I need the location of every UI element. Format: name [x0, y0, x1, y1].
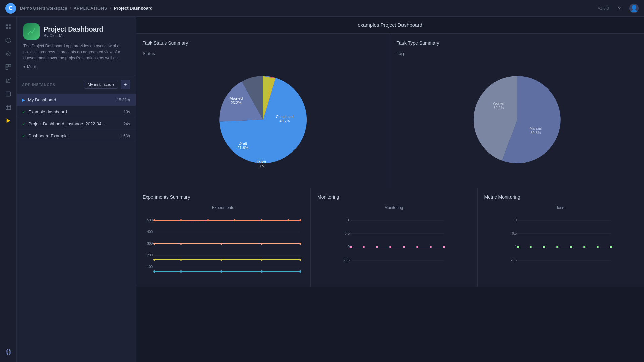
- svg-text:0: 0: [348, 245, 350, 249]
- svg-point-11: [8, 79, 9, 80]
- svg-point-6: [6, 52, 10, 56]
- svg-text:3.6%: 3.6%: [257, 164, 265, 168]
- svg-point-78: [350, 246, 352, 248]
- svg-point-22: [27, 33, 29, 35]
- svg-point-79: [363, 246, 365, 248]
- app-title-text: Project Dashboard By ClearML: [44, 25, 103, 38]
- svg-point-57: [220, 243, 222, 245]
- sidebar-home-icon[interactable]: [2, 21, 14, 33]
- topnav: C Demo User's workspace / APPLICATIONS /…: [0, 0, 644, 17]
- svg-text:Draft: Draft: [239, 141, 247, 145]
- svg-rect-3: [9, 27, 10, 29]
- logo[interactable]: C: [5, 3, 16, 14]
- svg-point-51: [234, 219, 236, 221]
- svg-rect-2: [6, 27, 8, 29]
- sidebar-tables-icon[interactable]: [2, 101, 14, 113]
- instance-time-3: 1:53h: [120, 134, 130, 138]
- instance-item-3[interactable]: ✓ Dashboard Example 1:53h: [17, 130, 136, 142]
- instance-status-1: ✓: [22, 110, 25, 114]
- sidebar-slack-icon[interactable]: [2, 346, 14, 358]
- svg-rect-0: [6, 24, 8, 26]
- svg-rect-1: [9, 24, 10, 26]
- svg-text:-0.5: -0.5: [344, 258, 350, 262]
- svg-text:49.2%: 49.2%: [279, 119, 290, 123]
- applications-link[interactable]: APPLICATIONS: [74, 6, 107, 11]
- sidebar-experiments-icon[interactable]: [2, 34, 14, 46]
- svg-rect-17: [6, 105, 11, 110]
- current-page: Project Dashboard: [114, 6, 153, 11]
- svg-text:500: 500: [147, 218, 153, 222]
- svg-point-81: [389, 246, 391, 248]
- instance-item-1[interactable]: ✓ Example dashboard 19s: [17, 106, 136, 118]
- add-instance-button[interactable]: +: [121, 80, 130, 89]
- app-icon: [23, 23, 40, 40]
- instances-dropdown[interactable]: My instances ▾: [84, 81, 118, 89]
- svg-rect-7: [6, 65, 8, 67]
- sidebar-datasets-icon[interactable]: [2, 61, 14, 73]
- sidebar-reports-icon[interactable]: [2, 88, 14, 100]
- experiments-subtitle: Experiments: [212, 205, 234, 210]
- instances-controls: My instances ▾ +: [84, 80, 130, 89]
- instance-item-0[interactable]: ▶ My Dashboard 15:32m: [17, 94, 136, 106]
- svg-point-10: [7, 81, 8, 82]
- svg-text:Aborted: Aborted: [229, 96, 243, 100]
- svg-point-84: [430, 246, 432, 248]
- svg-point-68: [261, 270, 263, 273]
- more-button[interactable]: ▾ More: [23, 64, 129, 69]
- svg-text:100: 100: [147, 265, 153, 269]
- topnav-right: v1.3.0 ? 👤: [598, 4, 639, 13]
- svg-rect-9: [6, 67, 8, 70]
- left-panel: Project Dashboard By ClearML The Project…: [17, 17, 136, 362]
- monitoring-card: Monitoring Monitoring 1 0.5 0 -0.5: [311, 188, 477, 287]
- sidebar-apps-icon[interactable]: [2, 115, 14, 127]
- metric-monitoring-title: Metric Monitoring: [484, 194, 638, 200]
- svg-text:Worker: Worker: [493, 101, 505, 105]
- experiments-chart: 500 400 300 200 100: [143, 213, 304, 280]
- svg-text:Completed: Completed: [276, 115, 293, 119]
- svg-marker-21: [6, 118, 10, 123]
- svg-point-5: [7, 53, 9, 55]
- task-status-title: Task Status Summary: [143, 40, 383, 46]
- instance-time-1: 19s: [124, 110, 130, 114]
- instance-name-3: ✓ Dashboard Example: [22, 133, 68, 138]
- svg-point-25: [34, 28, 35, 30]
- sep2: /: [110, 6, 111, 11]
- app-title: Project Dashboard: [44, 25, 103, 33]
- svg-point-82: [403, 246, 405, 248]
- version-badge: v1.3.0: [598, 6, 609, 11]
- svg-marker-4: [6, 38, 11, 43]
- svg-point-12: [10, 78, 11, 79]
- sidebar-models-icon[interactable]: [2, 48, 14, 60]
- metric-monitoring-subtitle: loss: [557, 205, 564, 210]
- svg-point-94: [517, 246, 519, 248]
- task-type-title: Task Type Summary: [397, 40, 637, 46]
- task-type-pie: Manual 60.8% Worker 39.2%: [397, 59, 637, 180]
- instance-time-2: 24s: [124, 122, 130, 126]
- svg-point-96: [543, 246, 545, 248]
- task-status-card: Task Status Summary Status: [136, 34, 390, 188]
- svg-point-95: [530, 246, 532, 248]
- instance-item-2[interactable]: ✓ Project Dashboard_instance_2022-04-...…: [17, 118, 136, 130]
- instances-header: APP INSTANCES My instances ▾ +: [17, 76, 136, 94]
- help-button[interactable]: ?: [614, 4, 624, 13]
- svg-point-100: [597, 246, 599, 248]
- task-status-subtitle: Status: [143, 51, 383, 56]
- bottom-charts-grid: Experiments Summary Experiments 500 400 …: [136, 188, 644, 287]
- svg-text:300: 300: [147, 242, 153, 245]
- svg-point-59: [299, 243, 301, 245]
- svg-text:-0.5: -0.5: [511, 232, 517, 235]
- sidebar-pipelines-icon[interactable]: [2, 74, 14, 86]
- svg-text:0.5: 0.5: [345, 232, 350, 235]
- monitoring-chart: 1 0.5 0 -0.5: [317, 213, 471, 280]
- svg-text:-1.5: -1.5: [511, 258, 517, 262]
- user-avatar[interactable]: 👤: [629, 4, 639, 13]
- task-type-card: Task Type Summary Tag Manual 60.8% Worke…: [390, 34, 644, 188]
- task-status-pie: Completed 49.2% Aborted 23.2% Draft 21.8…: [143, 59, 383, 180]
- main-layout: Project Dashboard By ClearML The Project…: [0, 17, 644, 362]
- app-header: Project Dashboard By ClearML The Project…: [17, 17, 136, 76]
- svg-point-64: [299, 259, 301, 261]
- svg-point-63: [261, 259, 263, 261]
- svg-text:Failed: Failed: [257, 160, 266, 164]
- workspace-link[interactable]: Demo User's workspace: [20, 6, 67, 11]
- svg-text:200: 200: [147, 253, 153, 257]
